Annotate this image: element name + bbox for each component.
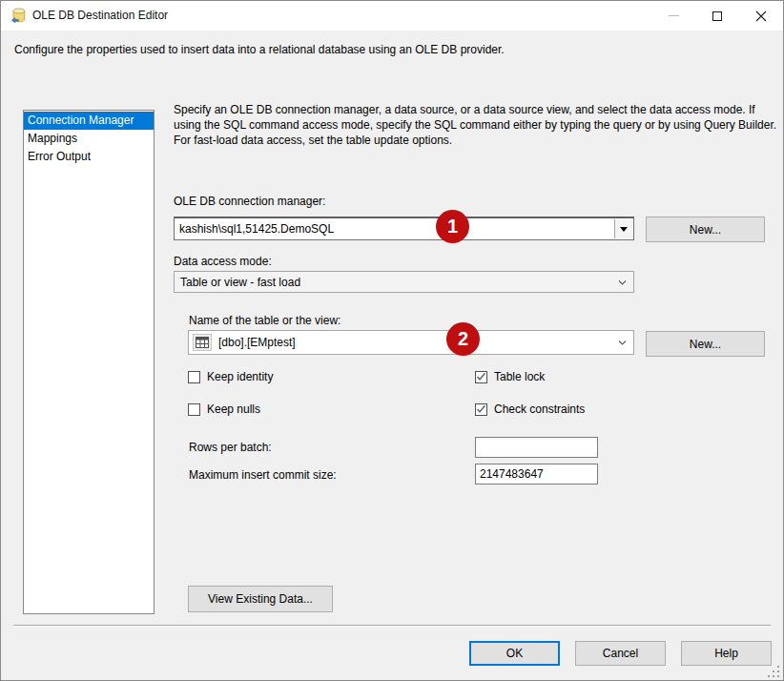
- footer-separator: [13, 625, 771, 627]
- sidebar-item-connection-manager[interactable]: Connection Manager: [24, 112, 154, 130]
- page-instructions: Specify an OLE DB connection manager, a …: [174, 103, 780, 149]
- connection-manager-label: OLE DB connection manager:: [174, 195, 325, 208]
- connection-manager-combobox[interactable]: kashish\sql1,51425.DemoSQL: [174, 217, 634, 240]
- ole-db-destination-editor-dialog: OLE DB Destination Editor Configure the …: [0, 0, 784, 681]
- checkbox-icon: [188, 403, 200, 416]
- checkbox-icon: [475, 371, 487, 383]
- rows-per-batch-input[interactable]: [475, 437, 598, 458]
- chevron-down-icon: [618, 279, 627, 287]
- minimize-icon: [669, 15, 679, 16]
- help-button[interactable]: Help: [681, 641, 772, 666]
- checkbox-icon: [475, 403, 487, 416]
- step-1-badge: 1: [436, 210, 469, 243]
- sidebar-item-mappings[interactable]: Mappings: [24, 130, 154, 148]
- resize-grip[interactable]: [768, 666, 779, 677]
- table-lock-checkbox[interactable]: Table lock: [475, 370, 545, 383]
- max-insert-commit-size-input[interactable]: [475, 464, 598, 485]
- table-icon: [193, 334, 212, 351]
- title-bar: OLE DB Destination Editor: [1, 1, 783, 31]
- close-button[interactable]: [739, 1, 783, 31]
- database-destination-icon: [10, 7, 28, 25]
- connection-manager-dropdown-button[interactable]: [614, 219, 632, 238]
- window-title: OLE DB Destination Editor: [32, 9, 168, 22]
- keep-nulls-checkbox[interactable]: Keep nulls: [188, 402, 260, 416]
- check-constraints-checkbox[interactable]: Check constraints: [475, 402, 585, 416]
- dialog-description: Configure the properties used to insert …: [14, 43, 758, 56]
- data-access-mode-value: Table or view - fast load: [180, 276, 300, 289]
- max-insert-commit-size-label: Maximum insert commit size:: [189, 468, 337, 482]
- maximize-icon: [712, 11, 722, 21]
- maximize-button[interactable]: [695, 1, 739, 31]
- keep-identity-checkbox[interactable]: Keep identity: [188, 370, 273, 383]
- chevron-down-icon: [618, 339, 627, 347]
- checkbox-icon: [188, 371, 200, 383]
- step-2-badge: 2: [446, 322, 480, 356]
- new-table-button[interactable]: New...: [646, 331, 765, 357]
- keep-identity-label: Keep identity: [207, 370, 273, 383]
- pages-list: Connection Manager Mappings Error Output: [23, 110, 155, 614]
- new-connection-button[interactable]: New...: [646, 217, 765, 242]
- keep-nulls-label: Keep nulls: [207, 402, 260, 416]
- ok-button[interactable]: OK: [469, 641, 560, 666]
- cancel-button[interactable]: Cancel: [575, 641, 666, 666]
- rows-per-batch-label: Rows per batch:: [189, 441, 272, 454]
- table-name-combobox[interactable]: [dbo].[EMptest]: [188, 330, 634, 355]
- chevron-down-icon: [620, 227, 628, 232]
- connection-manager-value: kashish\sql1,51425.DemoSQL: [179, 222, 334, 236]
- check-constraints-label: Check constraints: [494, 402, 585, 416]
- table-name-value: [dbo].[EMptest]: [218, 336, 296, 349]
- table-name-label: Name of the table or the view:: [189, 314, 340, 327]
- sidebar-item-error-output[interactable]: Error Output: [24, 148, 154, 166]
- view-existing-data-button[interactable]: View Existing Data...: [188, 586, 333, 612]
- minimize-button: [651, 1, 695, 31]
- data-access-mode-label: Data access mode:: [174, 255, 272, 268]
- table-lock-label: Table lock: [494, 370, 545, 383]
- data-access-mode-combobox[interactable]: Table or view - fast load: [174, 271, 634, 293]
- close-icon: [755, 10, 767, 22]
